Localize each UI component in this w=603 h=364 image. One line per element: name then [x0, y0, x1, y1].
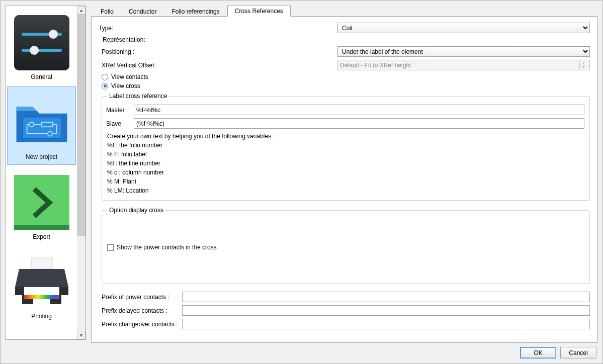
sidebar-item-new-project[interactable]: New project [7, 86, 76, 165]
scroll-thumb[interactable] [77, 15, 85, 236]
svg-point-5 [30, 46, 39, 55]
export-arrow-icon [14, 175, 69, 230]
show-power-label: Show the power contacts in the cross [117, 244, 217, 251]
prefix-changeover-input[interactable] [182, 319, 590, 329]
option-group-legend: Option display cross [107, 207, 165, 214]
sidebar-item-label: New project [26, 153, 57, 160]
prefix-changeover-label: Prefix changeover contacts : [102, 321, 182, 328]
svg-rect-18 [14, 225, 69, 230]
positioning-select[interactable]: Under the label of the element [337, 46, 590, 57]
svg-point-3 [49, 30, 58, 39]
spinner-buttons: ▲▼ [579, 61, 587, 69]
prefix-power-label: Prefix of power contacts : [102, 294, 182, 301]
variables-helptext: Create your own text by helping you of t… [107, 132, 584, 195]
radio-icon[interactable] [102, 83, 108, 89]
type-select[interactable]: Coil [337, 23, 590, 33]
main-area: General [1, 1, 602, 343]
settings-dialog: General [0, 0, 603, 364]
svg-rect-24 [24, 295, 59, 299]
show-power-checkbox-row[interactable]: Show the power contacts in the cross [107, 244, 584, 251]
category-sidebar: General [6, 6, 86, 340]
sidebar-item-label: Printing [31, 313, 52, 320]
scroll-track[interactable] [77, 15, 85, 331]
ok-button[interactable]: OK [520, 347, 556, 358]
view-cross-label: View cross [111, 82, 140, 89]
scroll-up-icon[interactable]: ▲ [77, 6, 85, 15]
svg-rect-1 [14, 15, 69, 70]
slave-input[interactable] [134, 118, 584, 129]
label-group-legend: Label cross reference [107, 93, 169, 100]
master-input[interactable] [134, 105, 584, 115]
view-contacts-label: View contacts [111, 73, 148, 80]
sidebar-list: General [6, 6, 77, 339]
xref-offset-value: Default - Fit to XRef height [340, 62, 411, 69]
label-cross-reference-group: Label cross reference Master Slave Creat… [102, 93, 590, 201]
master-label: Master [106, 107, 134, 114]
cancel-button[interactable]: Cancel [560, 347, 596, 358]
radio-icon[interactable] [102, 74, 108, 80]
content-panel: Folio Conductor Folio referencings Cross… [91, 6, 597, 343]
tab-folio[interactable]: Folio [93, 6, 121, 17]
sidebar-item-printing[interactable]: Printing [6, 245, 77, 325]
sidebar-scrollbar[interactable]: ▲ ▼ [77, 6, 85, 339]
view-cross-radio-row[interactable]: View cross [102, 82, 590, 89]
xref-offset-label: XRef Vertical Offset: [102, 62, 337, 69]
tab-conductor[interactable]: Conductor [121, 6, 164, 17]
positioning-label: Positioning : [102, 48, 337, 55]
svg-rect-6 [22, 117, 61, 138]
prefix-delayed-label: Prefix delayed contacts : [102, 307, 182, 314]
spin-up-icon: ▲ [579, 61, 587, 65]
tab-cross-references[interactable]: Cross References [227, 6, 291, 17]
checkbox-icon[interactable] [107, 244, 114, 251]
representation-title: Représentation: [99, 36, 590, 43]
svg-rect-17 [14, 175, 69, 225]
printer-icon [14, 254, 69, 310]
sidebar-item-label: General [31, 73, 52, 80]
sidebar-item-general[interactable]: General [6, 6, 77, 85]
tab-bar: Folio Conductor Folio referencings Cross… [91, 6, 597, 17]
project-folder-icon [14, 95, 69, 150]
option-display-cross-group: Option display cross Show the power cont… [102, 207, 590, 284]
sidebar-item-label: Export [33, 233, 50, 240]
sidebar-item-export[interactable]: Export [6, 166, 77, 245]
sliders-icon [14, 15, 69, 70]
slave-label: Slave [106, 120, 134, 127]
type-label: Type: [99, 25, 337, 32]
view-contacts-radio-row[interactable]: View contacts [102, 73, 590, 80]
prefix-power-input[interactable] [182, 292, 590, 302]
svg-rect-19 [31, 258, 52, 269]
dialog-footer: OK Cancel [1, 343, 602, 363]
tab-folio-referencings[interactable]: Folio referencings [164, 6, 227, 17]
tab-panel-cross-references: Type: Coil Représentation: Positioning :… [91, 16, 597, 343]
spin-down-icon: ▼ [579, 65, 587, 69]
prefix-delayed-input[interactable] [182, 305, 590, 316]
scroll-down-icon[interactable]: ▼ [77, 331, 85, 339]
xref-offset-spinner: Default - Fit to XRef height ▲▼ [337, 60, 590, 70]
